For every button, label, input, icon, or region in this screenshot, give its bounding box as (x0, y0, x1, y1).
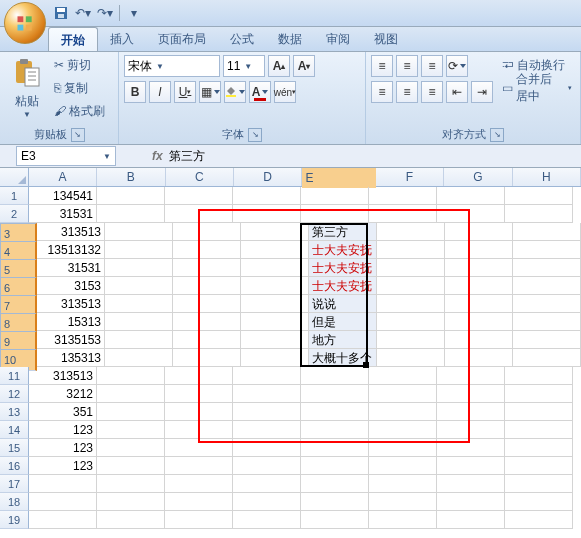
cell[interactable] (505, 493, 573, 511)
cell[interactable]: 135313 (37, 349, 105, 367)
cell[interactable] (437, 457, 505, 475)
save-icon[interactable] (52, 4, 70, 22)
col-header-G[interactable]: G (444, 168, 512, 186)
cell[interactable] (505, 205, 573, 223)
cell[interactable] (97, 367, 165, 385)
cell[interactable] (233, 439, 301, 457)
cell[interactable] (173, 259, 241, 277)
cell[interactable] (377, 349, 445, 367)
cell[interactable] (445, 295, 513, 313)
cell[interactable] (445, 277, 513, 295)
cell[interactable] (241, 259, 309, 277)
cell[interactable] (437, 511, 505, 529)
cell[interactable] (445, 241, 513, 259)
cell[interactable] (241, 349, 309, 367)
tab-view[interactable]: 视图 (362, 27, 410, 51)
cell[interactable] (437, 475, 505, 493)
col-header-E[interactable]: E (302, 168, 375, 188)
cell[interactable] (437, 187, 505, 205)
row-header[interactable]: 19 (0, 511, 29, 529)
format-painter-button[interactable]: 🖌格式刷 (51, 101, 108, 121)
cell[interactable]: 3212 (29, 385, 97, 403)
phonetic-button[interactable]: wén▾ (274, 81, 296, 103)
cell[interactable] (105, 259, 173, 277)
merge-center-button[interactable]: ▭合并后居中▾ (499, 78, 575, 98)
cell[interactable] (505, 403, 573, 421)
cell[interactable] (241, 313, 309, 331)
cell[interactable] (241, 295, 309, 313)
cell[interactable] (377, 241, 445, 259)
tab-review[interactable]: 审阅 (314, 27, 362, 51)
paste-button[interactable]: 粘贴 ▼ (5, 55, 49, 121)
cell[interactable] (301, 403, 369, 421)
cell[interactable] (97, 385, 165, 403)
cell[interactable] (513, 277, 581, 295)
italic-button[interactable]: I (149, 81, 171, 103)
cell[interactable] (369, 457, 437, 475)
cell[interactable] (165, 367, 233, 385)
cell[interactable]: 地方 (309, 331, 377, 349)
cell[interactable] (369, 367, 437, 385)
cell[interactable] (301, 385, 369, 403)
cell[interactable]: 123 (29, 439, 97, 457)
cell[interactable] (165, 421, 233, 439)
cell[interactable]: 士大夫安抚 (309, 259, 377, 277)
cell[interactable] (445, 313, 513, 331)
cell[interactable] (377, 223, 445, 241)
cell[interactable] (369, 205, 437, 223)
cell[interactable] (437, 421, 505, 439)
row-header[interactable]: 13 (0, 403, 29, 421)
cell[interactable] (505, 367, 573, 385)
cell[interactable] (165, 385, 233, 403)
cell[interactable] (301, 493, 369, 511)
cell[interactable]: 123 (29, 457, 97, 475)
font-size-select[interactable]: 11▼ (223, 55, 265, 77)
tab-formulas[interactable]: 公式 (218, 27, 266, 51)
cell[interactable] (513, 349, 581, 367)
cell[interactable] (301, 205, 369, 223)
cell[interactable] (173, 349, 241, 367)
redo-icon[interactable]: ↷▾ (96, 4, 114, 22)
cell[interactable] (513, 295, 581, 313)
cell[interactable] (505, 457, 573, 475)
cell[interactable] (105, 349, 173, 367)
cell[interactable] (437, 205, 505, 223)
undo-icon[interactable]: ↶▾ (74, 4, 92, 22)
cell[interactable] (369, 421, 437, 439)
cell[interactable]: 15313 (37, 313, 105, 331)
cell[interactable] (513, 259, 581, 277)
cell[interactable]: 3135153 (37, 331, 105, 349)
spreadsheet-grid[interactable]: 11345412315313313513第三方413513132士大夫安抚531… (0, 187, 581, 529)
row-header[interactable]: 2 (0, 205, 29, 223)
cell[interactable] (437, 439, 505, 457)
cell[interactable] (165, 493, 233, 511)
cell[interactable]: 31531 (29, 205, 97, 223)
font-name-select[interactable]: 宋体▼ (124, 55, 220, 77)
row-header[interactable]: 15 (0, 439, 29, 457)
cell[interactable]: 13513132 (37, 241, 105, 259)
col-header-A[interactable]: A (29, 168, 97, 186)
grow-font-button[interactable]: A▴ (268, 55, 290, 77)
cell[interactable] (445, 331, 513, 349)
tab-insert[interactable]: 插入 (98, 27, 146, 51)
cell[interactable] (437, 385, 505, 403)
cell[interactable] (301, 439, 369, 457)
cell[interactable] (105, 223, 173, 241)
cell[interactable]: 但是 (309, 313, 377, 331)
col-header-H[interactable]: H (513, 168, 581, 186)
cell[interactable] (241, 223, 309, 241)
row-header[interactable]: 16 (0, 457, 29, 475)
cell[interactable] (241, 277, 309, 295)
select-all-button[interactable] (0, 168, 29, 186)
cut-button[interactable]: ✂剪切 (51, 55, 108, 75)
cell[interactable] (165, 439, 233, 457)
cell[interactable] (97, 439, 165, 457)
cell[interactable] (105, 295, 173, 313)
cell[interactable] (165, 511, 233, 529)
cell[interactable] (165, 403, 233, 421)
cell[interactable] (233, 385, 301, 403)
orientation-button[interactable]: ⟳ (446, 55, 468, 77)
align-bottom-button[interactable]: ≡ (421, 55, 443, 77)
underline-button[interactable]: U▾ (174, 81, 196, 103)
row-header[interactable]: 18 (0, 493, 29, 511)
